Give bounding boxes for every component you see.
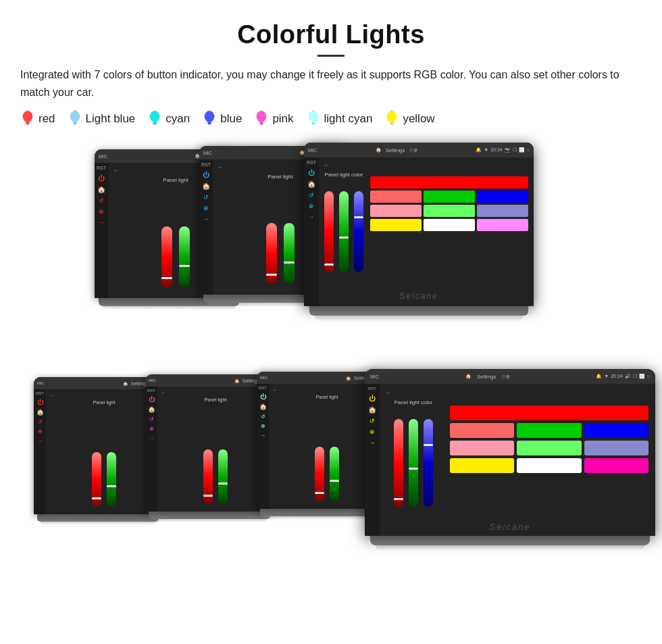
color-indicators: red Light blue cyan bbox=[14, 110, 648, 128]
bottom-screen-group: MIC 🏠 Settings ◇ ψ RST ⏻ 🏠 ↺ ⊕ → bbox=[14, 369, 648, 572]
description-text: Integrated with 7 colors of button indic… bbox=[14, 66, 648, 101]
lightcyan-bulb-icon bbox=[306, 110, 321, 128]
color-item-lightblue: Light blue bbox=[68, 110, 136, 128]
color-label-blue: blue bbox=[220, 112, 242, 126]
blue-bulb-icon bbox=[202, 110, 217, 128]
svg-rect-6 bbox=[73, 123, 76, 124]
color-item-cyan: cyan bbox=[147, 110, 190, 128]
svg-point-0 bbox=[23, 111, 33, 122]
color-item-yellow: yellow bbox=[384, 110, 434, 128]
color-item-lightcyan: light cyan bbox=[306, 110, 373, 128]
svg-point-4 bbox=[70, 111, 80, 122]
color-label-lightblue: Light blue bbox=[86, 112, 136, 126]
svg-point-8 bbox=[150, 111, 160, 122]
color-item-blue: blue bbox=[202, 110, 242, 128]
device-bottom-2: MIC 🏠 Settings ◇ ψ RST ⏻ 🏠 ↺ ⊕ → bbox=[145, 374, 274, 522]
lightblue-bulb-icon bbox=[68, 110, 82, 128]
svg-rect-22 bbox=[311, 123, 315, 124]
device-top1-label: MIC bbox=[99, 154, 107, 159]
svg-rect-14 bbox=[208, 123, 211, 124]
color-item-pink: pink bbox=[254, 110, 293, 128]
cyan-bulb-icon bbox=[147, 110, 162, 128]
svg-point-24 bbox=[387, 111, 397, 122]
color-label-yellow: yellow bbox=[403, 112, 434, 126]
device-bottom-1: MIC 🏠 Settings ◇ ψ RST ⏻ 🏠 ↺ ⊕ → bbox=[34, 377, 162, 525]
color-label-pink: pink bbox=[272, 112, 293, 126]
page-wrapper: Colorful Lights Integrated with 7 colors… bbox=[0, 0, 662, 585]
color-label-lightcyan: light cyan bbox=[324, 112, 373, 126]
svg-rect-18 bbox=[260, 123, 263, 124]
color-item-red: red bbox=[20, 110, 55, 128]
color-label-cyan: cyan bbox=[166, 112, 190, 126]
svg-rect-10 bbox=[153, 123, 157, 124]
title-divider bbox=[317, 55, 345, 57]
device-bottom-4: MIC 🏠 Settings ◇ ψ 🔔▼20:24🔊☐⬜○ RST ⏻ 🏠 bbox=[365, 369, 655, 551]
yellow-bulb-icon bbox=[384, 110, 399, 128]
svg-point-20 bbox=[308, 111, 318, 122]
svg-point-12 bbox=[205, 111, 215, 122]
top-screen-group: MIC 🏠 Settings ◇ ψ RST ⏻ 🏠 ↺ ⊕ bbox=[14, 143, 648, 339]
color-label-red: red bbox=[39, 112, 55, 126]
pink-bulb-icon bbox=[254, 110, 269, 128]
device-top-3: MIC 🏠 Settings ◇ ψ 🔔▼20:24📷☐⬜○ RST ⏻ 🏠 bbox=[304, 143, 534, 321]
red-bulb-icon bbox=[20, 110, 35, 128]
page-title: Colorful Lights bbox=[14, 20, 648, 49]
svg-rect-2 bbox=[26, 123, 30, 124]
svg-rect-26 bbox=[390, 123, 394, 124]
title-section: Colorful Lights bbox=[14, 20, 648, 57]
svg-point-16 bbox=[257, 111, 267, 122]
